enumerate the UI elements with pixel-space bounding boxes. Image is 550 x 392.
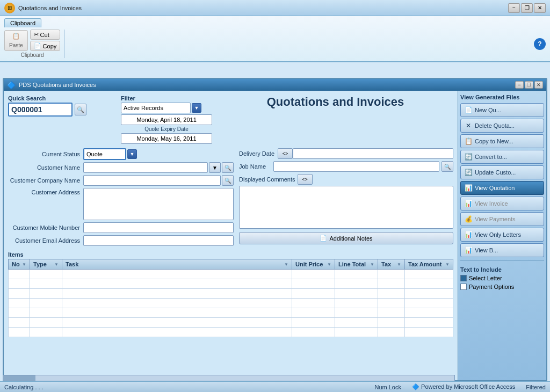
inner-title-bar: 🔷 PDS Quotations and Invoices − ❐ ✕ (4, 79, 546, 91)
filtered-status: Filtered (526, 384, 546, 390)
copy-new-button[interactable]: 📋 Copy to New... (460, 134, 544, 148)
table-row (9, 279, 453, 289)
text-include-title: Text to Include (460, 265, 544, 274)
col-header-no[interactable]: No ▼ (9, 259, 30, 270)
select-letter-row: Select Letter (460, 274, 544, 282)
col-header-tax[interactable]: Tax ▼ (378, 259, 405, 270)
update-customer-button[interactable]: 🔄 Update Custo... (460, 165, 544, 179)
horizontal-scrollbar[interactable] (3, 375, 455, 381)
status-row: Current Status ▼ (8, 148, 234, 160)
cut-icon: ✂ (34, 31, 39, 38)
comments-label: Displayed Comments (239, 176, 295, 183)
filter-input[interactable] (121, 103, 191, 113)
customer-name-search-btn[interactable]: 🔍 (222, 162, 234, 173)
ribbon-group-clipboard: 📋 Paste ✂ Cut 📄 Copy Clipboard (4, 30, 65, 58)
comments-nav-btn[interactable]: <> (298, 174, 313, 185)
minimize-button[interactable]: − (508, 3, 520, 13)
right-form: Delivery Date <> Job Name 🔍 Displayed Co… (239, 148, 453, 248)
access-icon: 🔷 (412, 383, 419, 390)
customer-name-field-group: ▼ 🔍 (83, 162, 234, 173)
close-button[interactable]: ✕ (534, 3, 546, 13)
delete-label: Delete Quota... (475, 122, 515, 129)
date1-input[interactable] (121, 114, 212, 125)
comments-textarea[interactable] (239, 186, 453, 229)
select-letter-checkbox[interactable] (460, 275, 467, 281)
col-header-unit-price[interactable]: Unit Price ▼ (292, 259, 335, 270)
new-quote-label: New Qu... (475, 107, 501, 113)
group-label: Clipboard (21, 52, 44, 58)
select-letter-label: Select Letter (469, 275, 502, 281)
maximize-button[interactable]: ❐ (521, 3, 533, 13)
view-only-letters-button[interactable]: 📊 View Only Letters (460, 228, 544, 242)
view-b-button[interactable]: 📊 View B... (460, 243, 544, 257)
app-icon: ⊞ (4, 3, 15, 13)
binoculars-icon: 🔍 (77, 106, 84, 113)
date2-input[interactable] (121, 133, 212, 144)
status-input[interactable] (83, 148, 126, 160)
convert-label: Convert to... (475, 154, 507, 160)
copy-button[interactable]: 📄 Copy (30, 41, 61, 51)
convert-button[interactable]: 🔄 Convert to... (460, 150, 544, 164)
customer-company-input[interactable] (83, 175, 221, 186)
customer-company-search-btn[interactable]: 🔍 (222, 175, 234, 186)
job-name-input[interactable] (273, 161, 439, 172)
customer-mobile-input[interactable] (83, 222, 234, 233)
status-dropdown-arrow[interactable]: ▼ (127, 149, 137, 159)
ribbon-buttons: 📋 Paste ✂ Cut 📄 Copy (4, 30, 60, 51)
paste-icon: 📋 (12, 33, 20, 40)
search-input[interactable] (8, 103, 73, 117)
horizontal-scroll-thumb[interactable] (3, 375, 35, 381)
job-name-row: Job Name 🔍 (239, 161, 453, 172)
customer-mobile-row: Customer Mobile Number (8, 222, 234, 233)
additional-notes-button[interactable]: 📄 Additional Notes (239, 232, 453, 244)
view-payments-icon: 💰 (464, 215, 473, 223)
customer-email-input[interactable] (83, 235, 234, 246)
inner-close-button[interactable]: ✕ (534, 81, 543, 89)
title-bar-controls: − ❐ ✕ (508, 3, 546, 13)
items-table: No ▼ Type ▼ (8, 259, 453, 337)
view-payments-button[interactable]: 💰 View Payments (460, 212, 544, 226)
new-quote-button[interactable]: 📄 New Qu... (460, 103, 544, 117)
col-header-task[interactable]: Task ▼ (62, 259, 292, 270)
customer-name-dropdown[interactable]: ▼ (209, 162, 221, 173)
powered-by-status: 🔷 Powered by Microsoft Office Access (412, 383, 515, 390)
table-row (9, 318, 453, 328)
panel-divider (460, 260, 544, 260)
customer-name-input[interactable] (83, 162, 208, 173)
help-button[interactable]: ? (534, 38, 546, 50)
col-header-line-total[interactable]: Line Total ▼ (335, 259, 378, 270)
payment-options-row: Payment Options (460, 282, 544, 291)
filter-select: ▼ (121, 103, 212, 113)
title-bar: ⊞ Quotations and Invoices − ❐ ✕ (0, 0, 550, 16)
table-row (9, 299, 453, 308)
customer-address-row: Customer Address (8, 188, 234, 220)
job-name-search-btn[interactable]: 🔍 (442, 161, 453, 172)
table-row (9, 308, 453, 318)
update-icon: 🔄 (464, 168, 473, 177)
title-bar-left: ⊞ Quotations and Invoices (4, 3, 82, 13)
ribbon-tab-clipboard[interactable]: Clipboard (4, 18, 41, 27)
comments-header: Displayed Comments <> (239, 174, 453, 185)
cut-button[interactable]: ✂ Cut (30, 30, 61, 40)
view-invoice-icon: 📊 (464, 199, 473, 208)
filter-dropdown-arrow[interactable]: ▼ (192, 103, 201, 113)
delivery-input[interactable] (293, 148, 453, 159)
search-button[interactable]: 🔍 (75, 104, 86, 115)
paste-button[interactable]: 📋 Paste (4, 30, 28, 51)
col-header-type[interactable]: Type ▼ (30, 259, 62, 270)
copy-label: Copy (43, 43, 57, 49)
form-section: Current Status ▼ Customer Name ▼ 🔍 (8, 148, 453, 248)
inner-minimize-button[interactable]: − (515, 81, 524, 89)
delete-quote-button[interactable]: ✕ Delete Quota... (460, 119, 544, 133)
customer-address-input[interactable] (83, 188, 234, 220)
view-quotation-button[interactable]: 📊 View Quotation (460, 181, 544, 195)
payment-options-checkbox[interactable] (460, 284, 467, 290)
title-block: Quotations and Invoices (218, 95, 453, 109)
customer-company-label: Customer Company Name (8, 177, 83, 184)
main-content: Quick Search 🔍 Filter ▼ (4, 91, 546, 380)
inner-maximize-button[interactable]: ❐ (525, 81, 533, 89)
view-invoice-button[interactable]: 📊 View Invoice (460, 197, 544, 210)
table-row (9, 328, 453, 337)
col-header-tax-amount[interactable]: Tax Amount ▼ (405, 259, 453, 270)
delivery-nav-btn[interactable]: <> (278, 148, 293, 159)
